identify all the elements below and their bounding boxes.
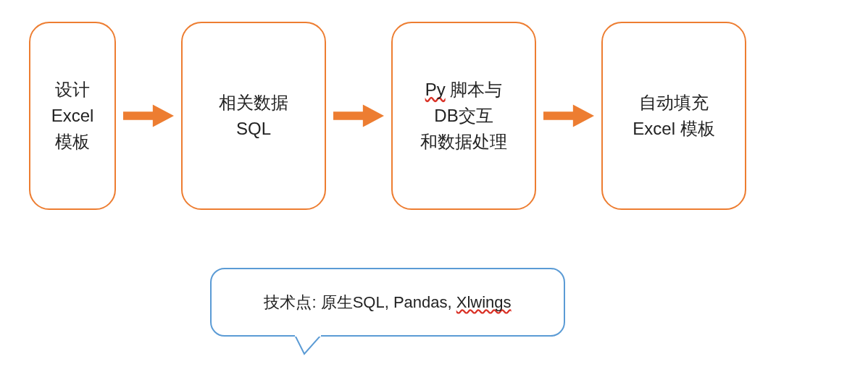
callout-text: 技术点: 原生SQL, Pandas, Xlwings <box>264 292 511 313</box>
node-related-sql: 相关数据 SQL <box>181 22 326 210</box>
node-text: SQL <box>236 116 271 142</box>
node-auto-fill-excel: 自动填充 Excel 模板 <box>601 22 746 210</box>
arrow-icon <box>333 101 384 130</box>
spellcheck-mark: Xlwings <box>456 293 512 311</box>
svg-marker-3 <box>295 335 321 354</box>
node-text: 模板 <box>55 129 90 155</box>
node-text: 相关数据 <box>219 90 288 116</box>
svg-marker-1 <box>333 104 384 127</box>
arrow-icon <box>123 101 174 130</box>
svg-marker-0 <box>123 104 174 127</box>
node-text: 设计 <box>55 77 90 103</box>
node-py-script-db: Py 脚本与 DB交互 和数据处理 <box>391 22 536 210</box>
svg-rect-4 <box>295 335 321 337</box>
callout-tail-icon <box>293 335 322 357</box>
arrow-icon <box>543 101 594 130</box>
node-design-excel-template: 设计 Excel 模板 <box>29 22 116 210</box>
node-text: DB交互 <box>434 103 493 129</box>
tech-points-callout: 技术点: 原生SQL, Pandas, Xlwings <box>210 268 565 337</box>
node-text: Py 脚本与 <box>425 77 503 103</box>
node-text: Excel <box>51 103 94 129</box>
node-text: 和数据处理 <box>420 129 507 155</box>
flow-diagram: 设计 Excel 模板 相关数据 SQL Py 脚本与 DB交互 和数据处理 自… <box>0 0 868 210</box>
spellcheck-mark: Py <box>425 80 446 99</box>
svg-marker-2 <box>543 104 594 127</box>
node-text: Excel 模板 <box>633 116 714 142</box>
node-text: 自动填充 <box>639 90 709 116</box>
